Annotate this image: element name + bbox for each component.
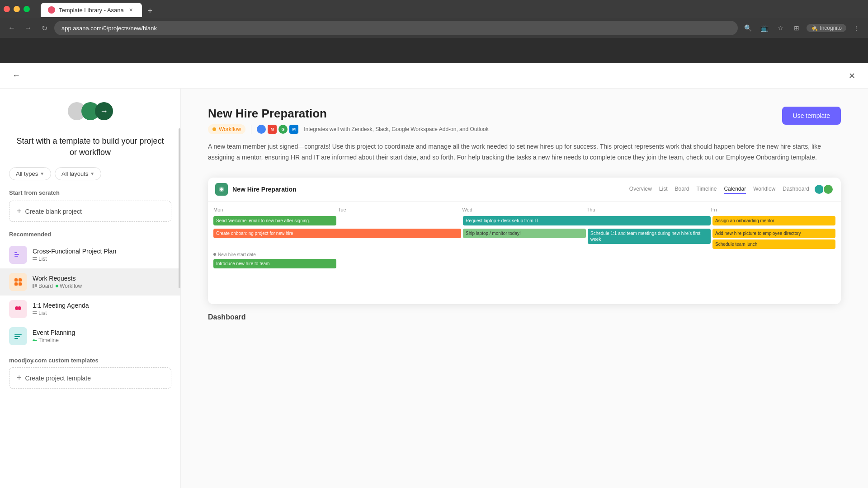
cal-cell-mon-2-wide: Create onboarding project for new hire — [213, 229, 461, 250]
svg-rect-9 — [14, 278, 18, 282]
cal-event-welcome: Send 'welcome' email to new hire after s… — [213, 216, 336, 225]
menu-button[interactable]: ⋮ — [850, 22, 863, 34]
preview-tabs: Overview List Board Timeline Calendar Wo… — [629, 185, 809, 194]
day-tue: Tue — [338, 207, 462, 212]
cast-button[interactable]: 📺 — [758, 22, 770, 34]
day-thu: Thu — [587, 207, 711, 212]
address-bar[interactable]: app.asana.com/0/projects/new/blank — [54, 21, 738, 35]
cal-event-mentor: Assign an onboarding mentor — [712, 216, 835, 225]
template-description: A new team member just signed—congrats! … — [208, 141, 841, 163]
main-layout: → Start with a template to build your pr… — [0, 89, 868, 488]
sidebar-headline: Start with a template to build your proj… — [0, 136, 180, 158]
cal-cell-fri-1: Assign an onboarding mentor — [712, 216, 835, 227]
incognito-label: Incognito — [820, 25, 842, 31]
title-bar: Template Library - Asana ✕ + — [0, 0, 868, 18]
tag-workflow: Workflow — [56, 283, 82, 289]
integration-icons: M G M — [257, 125, 298, 134]
day-wed: Wed — [462, 207, 586, 212]
cal-cell-wed-1-wide: Request laptop + desk setup from IT — [463, 216, 711, 227]
template-name-meeting: 1:1 Meeting Agenda — [33, 302, 171, 309]
template-item-event-planning[interactable]: Event Planning Timeline — [0, 323, 180, 350]
close-window-button[interactable] — [4, 6, 10, 12]
use-template-button[interactable]: Use template — [782, 107, 841, 125]
tab-board[interactable]: Board — [675, 185, 689, 194]
tab-calendar[interactable]: Calendar — [724, 185, 746, 194]
svg-rect-8 — [33, 259, 37, 260]
template-item-work-requests[interactable]: Work Requests Board Workflow — [0, 268, 180, 296]
integration-icon-gmail: M — [268, 125, 277, 134]
content-area: New Hire Preparation Workflow — [181, 89, 868, 488]
cal-event-onboarding-project: Create onboarding project for new hire — [213, 229, 461, 238]
template-detail-header: New Hire Preparation Workflow — [208, 107, 841, 134]
cal-cell-tue-1 — [338, 216, 461, 227]
template-tags-work-requests: Board Workflow — [33, 283, 171, 289]
tab-timeline[interactable]: Timeline — [697, 185, 717, 194]
tab-close-button[interactable]: ✕ — [127, 6, 135, 14]
close-dialog-button[interactable]: ✕ — [844, 69, 859, 83]
svg-rect-5 — [14, 254, 19, 255]
cal-cell-mon-1: Send 'welcome' email to new hire after s… — [213, 216, 336, 227]
create-blank-button[interactable]: + Create blank project — [9, 201, 171, 222]
minimize-window-button[interactable] — [14, 6, 20, 12]
divider — [251, 125, 251, 134]
integration-icon-microsoft: M — [289, 125, 298, 134]
filter-layouts-button[interactable]: All layouts ▼ — [55, 167, 101, 180]
template-info-cross-functional: Cross-Functional Project Plan List — [33, 248, 171, 262]
active-tab[interactable]: Template Library - Asana ✕ — [41, 3, 142, 17]
window-controls — [4, 6, 30, 12]
template-item-cross-functional[interactable]: Cross-Functional Project Plan List — [0, 241, 180, 268]
browser-chrome: Template Library - Asana ✕ + ← → ↻ app.a… — [0, 0, 868, 63]
avatar-2 — [823, 184, 834, 195]
cal-event-lunch: Schedule team lunch — [712, 239, 835, 249]
svg-point-23 — [33, 339, 35, 341]
template-tags-event: Timeline — [33, 337, 171, 343]
template-tags: List — [33, 256, 171, 262]
workflow-dot-icon — [212, 127, 216, 131]
preview-card: New Hire Preparation Overview List Board… — [208, 178, 841, 304]
calendar-empty-row — [208, 272, 841, 299]
cal-event-picture: Add new hire picture to employee directo… — [712, 229, 835, 238]
recommended-label: Recommended — [0, 231, 180, 238]
svg-rect-12 — [19, 282, 22, 286]
refresh-button[interactable]: ↻ — [38, 22, 51, 34]
tab-bar: Template Library - Asana ✕ + — [37, 1, 160, 17]
browser-actions: 🔍 📺 ☆ ⊞ 🕵 Incognito ⋮ — [741, 22, 863, 34]
filter-types-button[interactable]: All types ▼ — [9, 167, 51, 180]
bookmark-button[interactable]: ☆ — [774, 22, 787, 34]
tab-overview[interactable]: Overview — [629, 185, 652, 194]
tab-title: Template Library - Asana — [59, 7, 124, 14]
create-project-template-button[interactable]: + Create project template — [9, 367, 171, 389]
maximize-window-button[interactable] — [24, 6, 30, 12]
milestone-text: New hire start date — [218, 252, 256, 257]
svg-rect-13 — [33, 284, 34, 288]
template-icon-meeting — [9, 300, 27, 318]
tab-workflow[interactable]: Workflow — [753, 185, 775, 194]
tab-list[interactable]: List — [659, 185, 668, 194]
cal-milestone: New hire start date — [213, 252, 336, 257]
template-name-work-requests: Work Requests — [33, 275, 171, 282]
tab-dashboard[interactable]: Dashboard — [783, 185, 809, 194]
template-item-meeting-agenda[interactable]: 1:1 Meeting Agenda List — [0, 296, 180, 323]
app-topbar: ← ✕ — [0, 63, 868, 89]
cal-cell-tue-2: Schedule 1:1 and team meetings during ne… — [588, 229, 711, 250]
back-nav-button[interactable]: ← — [9, 69, 24, 83]
back-button[interactable]: ← — [5, 22, 18, 34]
logo-graphic: → — [68, 98, 113, 125]
calendar-row-1: Send 'welcome' email to new hire after s… — [208, 216, 841, 227]
cal-cell-mon-2b: Ship laptop / monitor today! — [463, 229, 586, 250]
svg-text:→: → — [100, 107, 108, 116]
calendar-header: Mon Tue Wed Thu Fri — [208, 207, 841, 212]
svg-point-24 — [259, 127, 264, 131]
svg-rect-18 — [33, 313, 37, 314]
logo-area: → — [0, 98, 180, 125]
chevron-down-icon: ▼ — [40, 171, 44, 176]
sidebar-button[interactable]: ⊞ — [790, 22, 803, 34]
forward-button[interactable]: → — [22, 22, 34, 34]
filter-row: All types ▼ All layouts ▼ — [0, 167, 180, 180]
search-button[interactable]: 🔍 — [741, 22, 754, 34]
svg-rect-11 — [14, 282, 18, 286]
dashboard-section-label: Dashboard — [208, 304, 841, 321]
preview-card-header: New Hire Preparation Overview List Board… — [208, 178, 841, 202]
svg-rect-17 — [33, 311, 37, 312]
new-tab-button[interactable]: + — [144, 5, 156, 17]
